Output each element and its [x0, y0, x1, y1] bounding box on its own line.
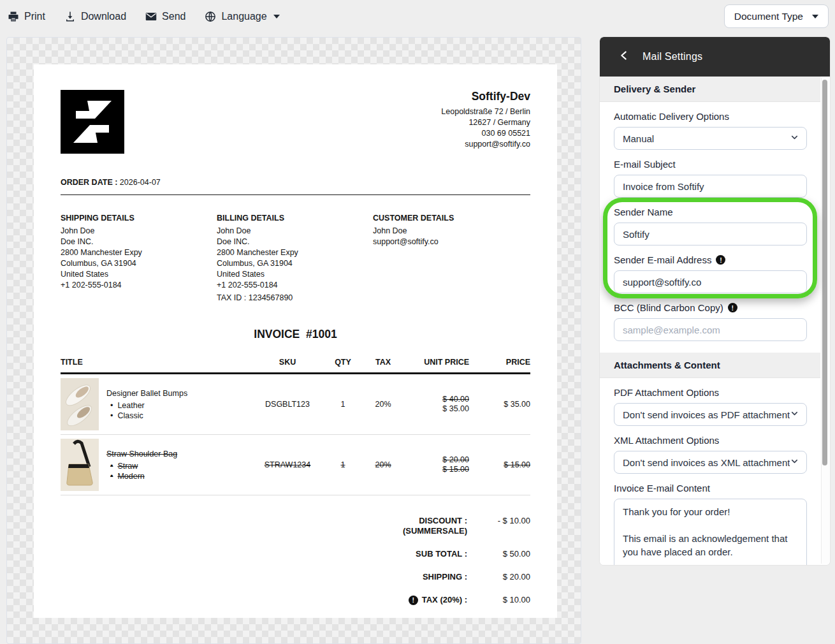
item-unit-price-old: $ 40.00	[403, 395, 469, 404]
invoice-table: TITLE SKU QTY TAX UNIT PRICE PRICE Desig…	[61, 358, 530, 495]
col-price-header: PRICE	[469, 358, 530, 367]
item-price: $ 35.00	[469, 400, 530, 409]
sender-email-input[interactable]	[614, 270, 807, 293]
invoice-email-content-textarea[interactable]: Thank you for your order! This email is …	[614, 499, 807, 565]
auto-delivery-value: Manual	[623, 133, 654, 144]
subtotal-label: SUB TOTAL :	[395, 549, 467, 559]
billing-line: +1 202-555-0184	[217, 280, 373, 291]
print-label: Print	[24, 11, 45, 22]
totals-block: DISCOUNT : (SUMMERSALE) - $ 10.00 SUB TO…	[395, 516, 530, 618]
item-unit-price: $ 15.00	[403, 465, 469, 474]
xml-attachment-select[interactable]: Don't send invoices as XML attachment	[614, 451, 807, 474]
download-button[interactable]: Download	[64, 11, 126, 22]
auto-delivery-label: Automatic Delivery Options	[614, 111, 830, 122]
shipping-total-value: $ 20.00	[467, 572, 530, 582]
document-type-dropdown[interactable]: Document Type	[724, 4, 829, 28]
caret-down-icon	[812, 15, 818, 18]
mail-settings-body: Delivery & Sender Automatic Delivery Opt…	[600, 77, 830, 565]
shipping-line: 2800 Manchester Expy	[61, 247, 217, 258]
panel-scrollbar-thumb[interactable]	[822, 80, 827, 465]
xml-attachment-label: XML Attachment Options	[614, 435, 830, 446]
item-title: Designer Ballet Bumps	[106, 388, 187, 399]
back-chevron-icon	[619, 50, 628, 63]
billing-line: Doe INC.	[217, 237, 373, 247]
company-email: support@softify.co	[441, 139, 530, 150]
order-date-value: 2026-04-07	[120, 178, 161, 187]
chevron-down-icon	[790, 409, 799, 420]
shipping-total-label: SHIPPING :	[395, 572, 467, 582]
item-qty: 1	[323, 460, 363, 469]
company-address-line: 12627 / Germany	[441, 117, 530, 128]
sender-name-label: Sender Name	[614, 207, 830, 217]
item-unit-price-old: $ 20.00	[403, 455, 469, 465]
customer-details: CUSTOMER DETAILS John Doe support@softif…	[373, 213, 530, 304]
product-image-straw-shoulder-bag	[61, 439, 99, 491]
discount-row: DISCOUNT : (SUMMERSALE) - $ 10.00	[395, 516, 530, 536]
pdf-attachment-select[interactable]: Don't send invoices as PDF attachment	[614, 403, 807, 426]
section-attachments-content: Attachments & Content	[600, 353, 820, 378]
sender-name-input[interactable]	[614, 223, 807, 245]
top-toolbar: Print Download Send Language	[0, 0, 835, 33]
invoice-sheet: Softify-Dev Leopoldstraße 72 / Berlin 12…	[34, 64, 557, 618]
back-button[interactable]	[619, 50, 628, 63]
document-type-label: Document Type	[734, 11, 803, 22]
company-address-line: Leopoldstraße 72 / Berlin	[441, 106, 530, 117]
billing-details-title: BILLING DETAILS	[217, 213, 373, 224]
auto-delivery-select[interactable]: Manual	[614, 127, 807, 150]
email-subject-input[interactable]	[614, 175, 807, 198]
invoice-preview-area: Softify-Dev Leopoldstraße 72 / Berlin 12…	[6, 37, 581, 644]
item-sku: DSGBLT123	[252, 400, 323, 409]
product-image-ballet-flats	[61, 378, 99, 430]
col-title-header: TITLE	[61, 358, 252, 367]
discount-label: DISCOUNT :	[395, 516, 467, 526]
language-menu-button[interactable]: Language	[205, 11, 279, 22]
exclamation-circle-icon	[716, 255, 725, 265]
item-option: Modern	[117, 471, 144, 481]
customer-details-title: CUSTOMER DETAILS	[373, 213, 530, 224]
caret-down-icon	[273, 15, 280, 18]
print-button[interactable]: Print	[8, 11, 45, 22]
shipping-details-title: SHIPPING DETAILS	[61, 213, 217, 224]
bcc-input[interactable]	[614, 318, 807, 341]
item-title: Straw Shoulder Bag	[106, 449, 177, 459]
send-label: Send	[162, 11, 185, 22]
billing-line: 2800 Manchester Expy	[217, 247, 373, 258]
col-qty-header: QTY	[323, 358, 363, 367]
item-price: $ 15.00	[469, 460, 530, 469]
invoice-email-content-label: Invoice E-mail Content	[614, 483, 830, 494]
subtotal-value: $ 50.00	[467, 549, 530, 559]
table-header-row: TITLE SKU QTY TAX UNIT PRICE PRICE	[61, 358, 530, 374]
tax-row: TAX (20%) : $ 10.00	[395, 595, 530, 605]
customer-line: John Doe	[373, 226, 530, 237]
company-name: Softify-Dev	[441, 90, 530, 103]
globe-icon	[205, 11, 216, 22]
discount-value: - $ 10.00	[467, 516, 530, 526]
col-sku-header: SKU	[252, 358, 323, 367]
discount-code: (SUMMERSALE)	[395, 526, 467, 536]
panel-scrollbar-track[interactable]	[821, 78, 829, 564]
bcc-label: BCC (Blind Carbon Copy)	[614, 302, 723, 313]
table-row: Designer Ballet Bumps •Leather •Classic …	[61, 374, 530, 435]
send-button[interactable]: Send	[145, 11, 185, 22]
company-phone: 030 69 05521	[441, 128, 530, 139]
invoice-title: INVOICE #1001	[61, 328, 530, 341]
item-option: Classic	[117, 411, 143, 421]
pdf-attachment-label: PDF Attachment Options	[614, 387, 830, 398]
item-option: Leather	[117, 400, 144, 411]
mail-settings-header: Mail Settings	[600, 37, 830, 77]
item-tax: 20%	[363, 400, 403, 409]
chevron-down-icon	[790, 457, 799, 468]
item-sku: STRAW1234	[252, 460, 323, 469]
subtotal-row: SUB TOTAL : $ 50.00	[395, 549, 530, 559]
download-label: Download	[81, 11, 126, 22]
exclamation-circle-icon	[728, 303, 737, 312]
shipping-line: United States	[61, 269, 217, 280]
tax-total-label: TAX (20%) :	[422, 595, 467, 605]
company-logo	[61, 90, 124, 154]
item-option: Straw	[117, 461, 138, 471]
exclamation-circle-icon	[409, 596, 418, 605]
email-subject-label: E-mail Subject	[614, 159, 830, 170]
tax-id: TAX ID : 1234567890	[217, 293, 373, 304]
item-tax: 20%	[363, 460, 403, 469]
shipping-line: Columbus, GA 31904	[61, 258, 217, 269]
